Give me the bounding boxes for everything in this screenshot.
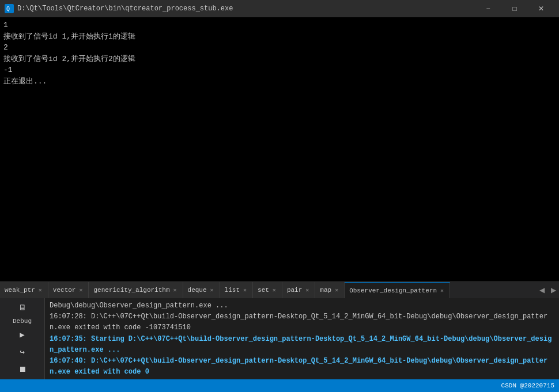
terminal-line: 正在退出...: [3, 76, 556, 87]
tab-label: weak_ptr: [5, 287, 35, 294]
terminal-line: 接收到了信号id 2,并开始执行2的逻辑: [3, 54, 556, 65]
tab-close-button[interactable]: ✕: [334, 286, 339, 294]
log-line: 16:07:35: Starting D:\C++\07C++Qt\build-…: [50, 334, 554, 356]
maximize-button[interactable]: □: [501, 0, 528, 17]
tab-item[interactable]: list✕: [220, 282, 253, 298]
bottom-panel: weak_ptr✕vector✕genericity_algorithm✕deq…: [0, 281, 559, 379]
terminal-line: 1: [3, 20, 556, 31]
tab-label: deque: [188, 287, 207, 294]
log-line: 16:07:28: D:\C++\07C++Qt\build-Observer_…: [50, 311, 554, 333]
stop-icon: ⏹: [18, 365, 27, 374]
tab-item[interactable]: set✕: [253, 282, 282, 298]
terminal-line: 接收到了信号id 1,并开始执行1的逻辑: [3, 31, 556, 43]
tab-label: map: [320, 287, 331, 294]
tab-label: vector: [53, 287, 76, 294]
app-icon: Q: [5, 4, 14, 13]
play-icon: ▶: [20, 330, 24, 340]
tab-item[interactable]: pair✕: [282, 282, 315, 298]
terminal-line: -1: [3, 64, 556, 76]
tab-item[interactable]: Observer_design_pattern✕: [345, 282, 450, 298]
tab-item[interactable]: map✕: [315, 282, 345, 298]
status-bar: CSDN @20220715: [0, 379, 559, 392]
tab-close-button[interactable]: ✕: [209, 286, 215, 294]
title-bar-controls: − □ ✕: [475, 0, 554, 17]
tab-close-button[interactable]: ✕: [304, 286, 310, 294]
title-bar-text: D:\Qt\Tools\QtCreator\bin\qtcreator_proc…: [17, 5, 475, 13]
terminal-output: 1接收到了信号id 1,并开始执行1的逻辑2接收到了信号id 2,并开始执行2的…: [0, 17, 559, 281]
close-button[interactable]: ✕: [528, 0, 554, 17]
tab-bar: weak_ptr✕vector✕genericity_algorithm✕deq…: [0, 282, 559, 298]
log-line: 16:07:40: D:\C++\07C++Qt\build-Observer_…: [50, 356, 554, 378]
monitor-button[interactable]: 🖥: [3, 300, 42, 315]
status-text: CSDN @20220715: [501, 382, 554, 389]
tab-label: list: [225, 287, 240, 294]
run-button[interactable]: ▶: [3, 327, 42, 342]
tab-label: set: [258, 287, 269, 294]
tab-item[interactable]: genericity_algorithm✕: [89, 282, 183, 298]
stop-button[interactable]: ⏹: [3, 362, 42, 377]
log-output: Debug\debug\Observer_design_pattern.exe …: [45, 298, 559, 379]
tab-nav-left-button[interactable]: ◀: [536, 282, 547, 298]
monitor-icon: 🖥: [18, 303, 27, 313]
tab-item[interactable]: weak_ptr✕: [0, 282, 48, 298]
tab-item[interactable]: deque✕: [183, 282, 220, 298]
tab-label: genericity_algorithm: [93, 287, 169, 294]
tab-label: pair: [287, 287, 302, 294]
left-sidebar: 🖥 Debug ▶ ↪ ⏹: [0, 298, 45, 379]
terminal-line: 2: [3, 42, 556, 54]
minimize-button[interactable]: −: [475, 0, 501, 17]
svg-text:Q: Q: [6, 6, 10, 12]
tab-close-button[interactable]: ✕: [37, 286, 43, 294]
step-icon: ↪: [20, 347, 24, 357]
debug-label: Debug: [13, 318, 32, 325]
title-bar: Q D:\Qt\Tools\QtCreator\bin\qtcreator_pr…: [0, 0, 559, 17]
tab-close-button[interactable]: ✕: [439, 287, 445, 295]
tab-close-button[interactable]: ✕: [242, 286, 248, 294]
log-line: Debug\debug\Observer_design_pattern.exe …: [50, 300, 554, 311]
step-button[interactable]: ↪: [3, 345, 42, 360]
tab-nav-right-button[interactable]: ▶: [547, 282, 559, 298]
tab-item[interactable]: vector✕: [48, 282, 89, 298]
tab-close-button[interactable]: ✕: [271, 286, 277, 294]
tab-nav-arrows: ◀▶: [536, 282, 559, 298]
tab-close-button[interactable]: ✕: [78, 286, 84, 294]
tab-label: Observer_design_pattern: [349, 287, 437, 294]
panel-content: 🖥 Debug ▶ ↪ ⏹ Debug\debug\Observer_desig…: [0, 298, 559, 379]
tab-close-button[interactable]: ✕: [172, 286, 178, 294]
